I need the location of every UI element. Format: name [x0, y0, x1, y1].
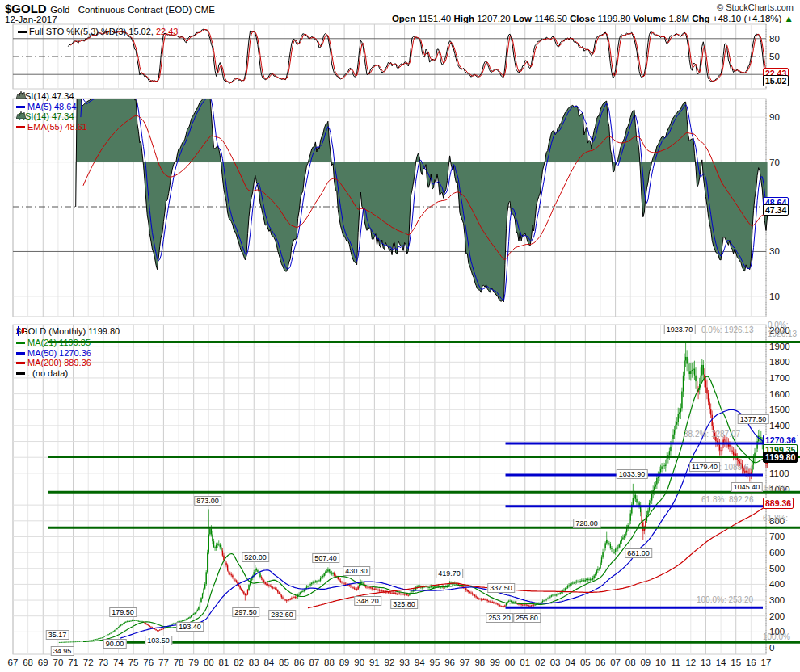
line-icon	[16, 342, 25, 344]
line-icon	[16, 106, 25, 108]
sto-d-value: 22.43	[156, 27, 179, 36]
callout-337.50: 337.50	[487, 583, 515, 593]
legend-item-1: MA(5) 48.64	[16, 102, 77, 111]
legend-item-0: RSI(14) 47.34	[16, 91, 74, 101]
value-tag-1199.80: 1199.80	[763, 452, 798, 463]
callout-520.00: 520.00	[242, 552, 269, 562]
callout-34.95: 34.95	[51, 646, 74, 656]
value-tag-889.36: 889.36	[763, 498, 794, 509]
sto-legend-text: Full STO %K(5,3) %D(3) 15.02,	[29, 27, 154, 36]
callout-1179.40: 1179.40	[689, 462, 720, 472]
line-icon	[16, 352, 25, 355]
callout-681.00: 681.00	[625, 548, 652, 558]
legend-item-3: . (no data)	[16, 368, 68, 378]
price-legend-title-row: $GOLD (Monthly) 1199.80	[16, 326, 120, 336]
legend-label: RSI(14) 47.34	[19, 111, 74, 121]
plot-svg	[0, 0, 800, 672]
callout-507.40: 507.40	[312, 553, 339, 563]
callout-297.50: 297.50	[232, 607, 259, 617]
line-icon	[16, 126, 25, 128]
fib-label: 38.2%: 1287.07	[684, 430, 740, 439]
fib-label: 100.0%: 253.20	[697, 595, 753, 604]
fib-label: 0.0%: 1926.13	[701, 326, 754, 334]
callout-1033.90: 1033.90	[617, 469, 648, 479]
callout-282.60: 282.60	[268, 610, 296, 620]
fib-label: 50.0%:	[764, 484, 789, 493]
fib-label: 61.8%: 892.26	[701, 495, 754, 504]
callout-35.17: 35.17	[46, 630, 69, 640]
area-icon	[16, 111, 26, 119]
sto-legend: Full STO %K(5,3) %D(3) 15.02, 22.43	[18, 27, 178, 36]
callout-1045.40: 1045.40	[731, 482, 763, 492]
legend-label: . (no data)	[27, 368, 68, 378]
callout-419.70: 419.70	[436, 569, 463, 578]
legend-label: RSI(14) 47.34	[19, 91, 74, 101]
callout-90.00: 90.00	[103, 639, 127, 649]
value-tag-47.34: 47.34	[763, 204, 789, 216]
stockcharts-gold-monthly-chart: $GOLD Gold - Continuous Contract (EOD) C…	[0, 0, 800, 672]
fib-label: 100.0%	[763, 632, 790, 641]
line-icon	[16, 362, 25, 364]
legend-label: MA(50) 1270.36	[27, 348, 91, 358]
legend-item-2: MA(200) 889.36	[16, 358, 91, 368]
area-icon	[16, 91, 26, 99]
legend-item-3: EMA(55) 48.61	[16, 122, 87, 132]
callout-193.40: 193.40	[176, 622, 204, 632]
callout-348.20: 348.20	[354, 596, 381, 606]
callout-255.80: 255.80	[513, 613, 541, 623]
callout-873.00: 873.00	[194, 496, 221, 506]
legend-item-0: MA(21) 1199.35	[16, 338, 91, 347]
legend-item-1: MA(50) 1270.36	[16, 348, 91, 358]
sto-line-icon	[18, 31, 27, 33]
callout-103.50: 103.50	[145, 636, 172, 645]
legend-label: MA(5) 48.64	[27, 102, 77, 111]
line-icon	[16, 372, 25, 375]
legend-label: MA(200) 889.36	[27, 358, 91, 368]
price-legend-title: $GOLD (Monthly) 1199.80	[16, 326, 120, 336]
legend-label: MA(21) 1199.35	[27, 338, 91, 347]
callout-1923.70: 1923.70	[664, 325, 696, 334]
fib-label: 61.8%:	[763, 514, 788, 523]
value-tag-15.02: 15.02	[763, 75, 789, 86]
callout-728.00: 728.00	[573, 519, 600, 528]
callout-1377.50: 1377.50	[738, 414, 769, 424]
fib-label: 0.0%: 1926.13	[768, 321, 800, 338]
legend-label: EMA(55) 48.61	[27, 122, 87, 132]
legend-item-2: RSI(14) 47.34	[16, 111, 74, 121]
callout-253.20: 253.20	[486, 613, 513, 623]
candlestick-icon	[16, 326, 25, 336]
callout-179.50: 179.50	[109, 607, 137, 617]
callout-430.30: 430.30	[343, 566, 370, 576]
callout-325.80: 325.80	[390, 599, 418, 609]
